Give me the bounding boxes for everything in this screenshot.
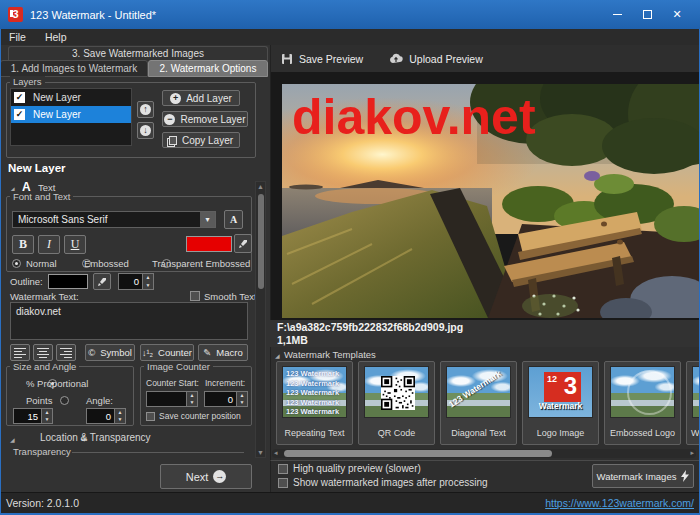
font-dialog-button[interactable]: A	[224, 210, 243, 229]
counter-start-spinner[interactable]: ▲▼	[146, 391, 198, 407]
layer-list[interactable]: ✓ New Layer ✓ New Layer	[10, 88, 132, 146]
scrollbar-thumb[interactable]	[258, 194, 264, 289]
increment-spinner[interactable]: 0 ▲▼	[204, 391, 248, 407]
save-preview-button[interactable]: Save Preview	[281, 53, 363, 65]
layer-move-down-button[interactable]: ↓	[137, 122, 154, 139]
chevron-down-icon[interactable]: ▾	[200, 212, 215, 227]
collapse-icon[interactable]: ◢	[10, 436, 15, 443]
window-title: 123 Watermark - Untitled*	[30, 9, 156, 21]
spin-up-icon[interactable]: ▲	[115, 409, 125, 416]
font-select-value: Microsoft Sans Serif	[13, 214, 200, 225]
templates-scrollbar[interactable]: ◂ ▸	[272, 449, 696, 458]
template-qr-code[interactable]: QR Code	[358, 361, 435, 445]
menu-help[interactable]: Help	[45, 31, 67, 43]
template-embossed-logo[interactable]: Embossed Logo	[604, 361, 681, 445]
style-normal-radio[interactable]	[12, 259, 21, 268]
macro-button[interactable]: ✎Macro	[198, 344, 248, 361]
tab-watermark-options[interactable]: 2. Watermark Options	[148, 60, 268, 77]
style-embossed-label[interactable]: Embossed	[84, 258, 129, 269]
high-quality-option[interactable]: High quality preview (slower)	[278, 463, 421, 474]
outline-size-value[interactable]: 0	[119, 274, 142, 289]
minimize-button[interactable]	[602, 0, 632, 29]
scroll-left-icon[interactable]: ◂	[274, 449, 278, 457]
template-repeating-text[interactable]: 123 Watermark123 Watermark123 Watermark1…	[276, 361, 353, 445]
counter-start-value[interactable]	[147, 392, 186, 406]
bold-button[interactable]: B	[12, 235, 34, 254]
save-counter-checkbox[interactable]	[146, 412, 155, 421]
menu-file[interactable]: File	[9, 31, 26, 43]
template-diagonal-text[interactable]: 123 Watermark Diagonal Text	[440, 361, 517, 445]
points-label[interactable]: Points	[26, 395, 52, 406]
spin-up-icon[interactable]: ▲	[237, 392, 247, 399]
website-link[interactable]: https://www.123watermark.com/	[545, 497, 694, 509]
spin-down-icon[interactable]: ▼	[187, 399, 197, 406]
align-left-button[interactable]	[10, 344, 30, 361]
spin-up-icon[interactable]: ▲	[187, 392, 197, 399]
show-after-checkbox[interactable]	[278, 478, 288, 488]
pencil-icon: ✎	[203, 347, 211, 358]
angle-value[interactable]: 0	[87, 409, 114, 423]
style-transparent-label[interactable]: Transparent Embossed	[152, 258, 250, 269]
outline-size-spinner[interactable]: 0 ▲▼	[118, 273, 154, 290]
spin-up-icon[interactable]: ▲	[143, 274, 153, 282]
maximize-button[interactable]	[632, 0, 662, 29]
watermark-images-button[interactable]: Watermark Images	[592, 464, 694, 488]
add-layer-button[interactable]: +Add Layer	[162, 90, 240, 106]
preview-watermark-text[interactable]: diakov.net	[292, 92, 536, 142]
show-after-option[interactable]: Show watermarked images after processing	[278, 477, 488, 488]
layer-row-selected[interactable]: ✓ New Layer	[11, 106, 131, 123]
high-quality-checkbox[interactable]	[278, 464, 288, 474]
size-value[interactable]: 15	[14, 409, 41, 423]
underline-button[interactable]: U	[64, 235, 86, 254]
text-color-eyedropper-button[interactable]	[234, 234, 252, 253]
smooth-text-checkbox[interactable]	[190, 291, 200, 301]
upload-preview-button[interactable]: Upload Preview	[389, 53, 483, 65]
layer-label: New Layer	[33, 109, 81, 120]
layer-checkbox-checked[interactable]: ✓	[14, 109, 25, 120]
spin-down-icon[interactable]: ▼	[115, 416, 125, 423]
scroll-up-icon[interactable]: ▲	[256, 183, 265, 190]
text-color-swatch[interactable]	[186, 236, 232, 252]
angle-spinner[interactable]: 0 ▲▼	[86, 408, 126, 424]
layer-checkbox-checked[interactable]: ✓	[14, 92, 25, 103]
align-center-button[interactable]	[33, 344, 53, 361]
next-button[interactable]: Next →	[160, 464, 252, 489]
tab-add-images[interactable]: 1. Add Images to Watermark	[0, 60, 148, 77]
scroll-down-icon[interactable]: ▼	[256, 449, 265, 456]
titlebar[interactable]: 3 123 Watermark - Untitled* ✕	[0, 0, 700, 29]
close-button[interactable]: ✕	[662, 0, 692, 29]
size-spinner[interactable]: 15 ▲▼	[13, 408, 53, 424]
location-section-title[interactable]: Location & Transparency	[40, 432, 151, 443]
spin-down-icon[interactable]: ▼	[237, 399, 247, 406]
layer-row[interactable]: ✓ New Layer	[11, 89, 131, 106]
tab-save-watermarked-images[interactable]: 3. Save Watermarked Images	[8, 46, 268, 61]
spin-up-icon[interactable]: ▲	[42, 409, 52, 416]
remove-icon: −	[164, 114, 175, 125]
layer-move-up-button[interactable]: ↑	[137, 101, 154, 118]
scrollbar-thumb[interactable]	[284, 450, 552, 457]
spin-down-icon[interactable]: ▼	[143, 282, 153, 290]
proportional-label[interactable]: % Proportional	[26, 378, 88, 389]
collapse-icon[interactable]: ◢	[275, 352, 280, 359]
options-scrollbar[interactable]: ▲ ▼	[255, 181, 266, 458]
scroll-right-icon[interactable]: ▸	[690, 449, 694, 457]
outline-color-swatch[interactable]	[48, 274, 88, 289]
smooth-text-label[interactable]: Smooth Text	[204, 291, 257, 302]
transparency-group-label: Transparency	[10, 446, 74, 457]
outline-eyedropper-button[interactable]	[93, 273, 111, 290]
symbol-button[interactable]: ©Symbol	[85, 344, 135, 361]
template-logo-image[interactable]: 123 Watermark Logo Image	[522, 361, 599, 445]
increment-value[interactable]: 0	[205, 392, 236, 406]
template-partial[interactable]: W	[686, 361, 700, 445]
align-right-button[interactable]	[56, 344, 76, 361]
save-counter-label[interactable]: Save counter position	[159, 411, 241, 421]
font-select[interactable]: Microsoft Sans Serif ▾	[12, 211, 216, 228]
copy-layer-button[interactable]: Copy Layer	[162, 132, 240, 148]
templates-section-title[interactable]: Watermark Templates	[284, 349, 376, 360]
remove-layer-button[interactable]: −Remove Layer	[162, 111, 248, 127]
spin-down-icon[interactable]: ▼	[42, 416, 52, 423]
watermark-text-input[interactable]: diakov.net	[10, 302, 248, 340]
italic-button[interactable]: I	[38, 235, 60, 254]
counter-button[interactable]: ↓¹₂Counter	[140, 344, 194, 361]
style-normal-label[interactable]: Normal	[26, 258, 57, 269]
